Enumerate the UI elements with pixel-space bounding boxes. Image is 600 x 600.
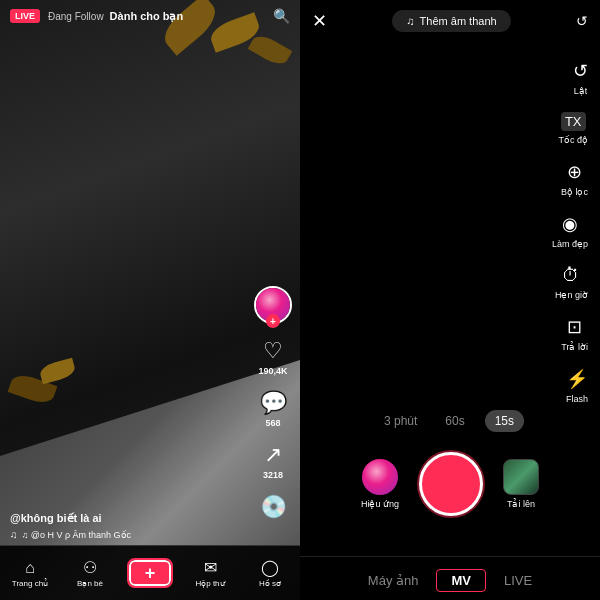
duration-3min[interactable]: 3 phút (376, 410, 425, 432)
reply-label: Trả lời (561, 342, 588, 352)
create-plus-button[interactable]: + (129, 560, 171, 586)
duration-15s[interactable]: 15s (485, 410, 524, 432)
right-panel: ✕ ♫ Thêm âm thanh ↺ ↺ Lật TX Tốc độ ⊕ Bộ… (300, 0, 600, 600)
duration-60s[interactable]: 60s (437, 410, 472, 432)
filter-icon: ⊕ (567, 161, 582, 183)
leaf-decoration (38, 358, 76, 384)
effect-label: Hiệu ứng (361, 499, 399, 509)
video-header: LIVE Đang Follow Dành cho bạn 🔍 (0, 0, 300, 32)
home-icon: ⌂ (25, 559, 35, 577)
video-info: @không biết là ai ♫ ♫ @ο H V ρ Âm thanh … (10, 512, 131, 540)
nav-create[interactable]: + (120, 560, 180, 586)
nav-profile-label: Hồ sơ (259, 579, 281, 588)
live-badge: LIVE (10, 9, 40, 23)
nav-friends-label: Bạn bè (77, 579, 103, 588)
effect-avatar (362, 459, 398, 495)
disc-icon: 💿 (260, 494, 287, 520)
tab-live[interactable]: LIVE (486, 569, 550, 592)
music-note-icon: ♫ (10, 529, 18, 540)
nav-inbox-label: Hộp thư (195, 579, 224, 588)
tool-flip[interactable]: ↺ Lật (573, 60, 588, 96)
nav-home[interactable]: ⌂ Trang chủ (0, 559, 60, 588)
nav-profile[interactable]: ◯ Hồ sơ (240, 558, 300, 588)
camera-header: ✕ ♫ Thêm âm thanh ↺ (300, 0, 600, 42)
speed-icon: TX (561, 112, 586, 131)
share-action[interactable]: ↗ 3218 (263, 442, 283, 480)
username[interactable]: @không biết là ai (10, 512, 131, 525)
creator-avatar[interactable]: + (254, 286, 292, 324)
beauty-icon: ◉ (562, 213, 578, 235)
sound-text: ♫ @ο H V ρ Âm thanh Gốc (22, 530, 132, 540)
likes-count: 190,4K (258, 366, 287, 376)
inbox-icon: ✉ (204, 558, 217, 577)
comments-count: 568 (265, 418, 280, 428)
tool-reply[interactable]: ⊡ Trả lời (561, 316, 588, 352)
close-button[interactable]: ✕ (312, 10, 327, 32)
tool-timer[interactable]: ⏱ Hẹn giờ (555, 265, 588, 300)
upload-thumbnail (503, 459, 539, 495)
nav-inbox[interactable]: ✉ Hộp thư (180, 558, 240, 588)
like-action[interactable]: ♡ 190,4K (258, 338, 287, 376)
tool-speed[interactable]: TX Tốc độ (558, 112, 588, 145)
shares-count: 3218 (263, 470, 283, 480)
filter-label: Bộ lọc (561, 187, 588, 197)
share-icon: ↗ (264, 442, 282, 468)
flash-icon: ⚡ (566, 368, 588, 390)
effect-button[interactable]: Hiệu ứng (361, 459, 399, 509)
add-sound-label: Thêm âm thanh (420, 15, 497, 27)
sound-info[interactable]: ♫ ♫ @ο H V ρ Âm thanh Gốc (10, 529, 131, 540)
flash-label: Flash (566, 394, 588, 404)
friends-icon: ⚇ (83, 558, 97, 577)
tool-beauty[interactable]: ◉ Làm đẹp (552, 213, 588, 249)
add-sound-button[interactable]: ♫ Thêm âm thanh (392, 10, 510, 32)
camera-toolbar: ↺ Lật TX Tốc độ ⊕ Bộ lọc ◉ Làm đẹp ⏱ Hẹn… (540, 50, 600, 414)
action-icons: + ♡ 190,4K 💬 568 ↗ 3218 💿 (254, 286, 292, 520)
camera-mode-tabs: Máy ảnh MV LIVE (300, 556, 600, 600)
timer-label: Hẹn giờ (555, 290, 588, 300)
flip-label: Lật (574, 86, 588, 96)
nav-friends[interactable]: ⚇ Bạn bè (60, 558, 120, 588)
music-disc[interactable]: 💿 (260, 494, 287, 520)
heart-icon: ♡ (263, 338, 283, 364)
upload-label: Tải lên (507, 499, 535, 509)
beauty-label: Làm đẹp (552, 239, 588, 249)
comment-action[interactable]: 💬 568 (260, 390, 287, 428)
follow-text[interactable]: Đang Follow (48, 11, 104, 22)
camera-controls: Hiệu ứng Tải lên (361, 452, 539, 516)
tab-camera[interactable]: Máy ảnh (350, 569, 437, 592)
for-you-text[interactable]: Dành cho bạn (110, 10, 184, 23)
bottom-navigation: ⌂ Trang chủ ⚇ Bạn bè + ✉ Hộp thư ◯ Hồ sơ (0, 545, 300, 600)
record-button[interactable] (419, 452, 483, 516)
search-icon[interactable]: 🔍 (273, 8, 290, 24)
tab-mv[interactable]: MV (436, 569, 486, 592)
upload-button[interactable]: Tải lên (503, 459, 539, 509)
speed-label: Tốc độ (558, 135, 588, 145)
leaf-decoration (248, 31, 293, 68)
reply-icon: ⊡ (567, 316, 582, 338)
music-icon: ♫ (406, 15, 414, 27)
tool-flash[interactable]: ⚡ Flash (566, 368, 588, 404)
flip-icon: ↺ (573, 60, 588, 82)
tool-filter[interactable]: ⊕ Bộ lọc (561, 161, 588, 197)
profile-icon: ◯ (261, 558, 279, 577)
left-panel: LIVE Đang Follow Dành cho bạn 🔍 + ♡ 190,… (0, 0, 300, 600)
follow-plus-badge[interactable]: + (266, 314, 280, 328)
nav-home-label: Trang chủ (12, 579, 48, 588)
duration-selector: 3 phút 60s 15s (376, 410, 524, 432)
timer-icon: ⏱ (562, 265, 580, 286)
comment-icon: 💬 (260, 390, 287, 416)
flip-camera-button[interactable]: ↺ (576, 13, 588, 29)
